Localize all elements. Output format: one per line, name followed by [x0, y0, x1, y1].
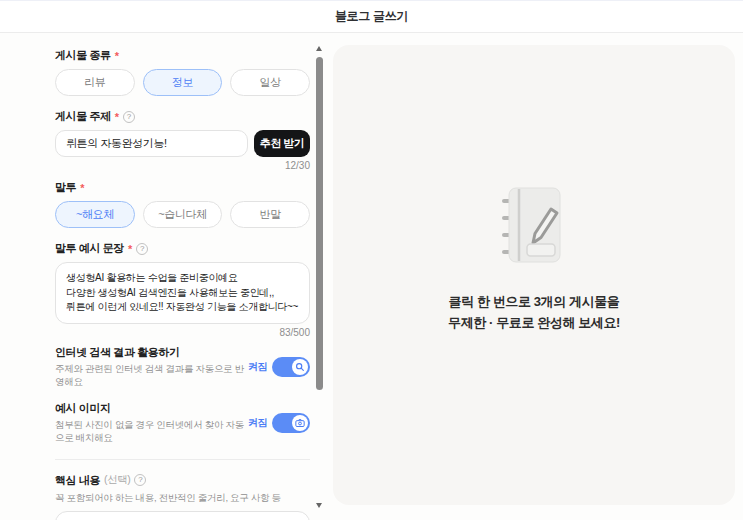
- post-type-option-daily[interactable]: 일상: [230, 69, 310, 96]
- header: 블로그 글쓰기: [0, 0, 743, 33]
- tone-option-seumnida[interactable]: ~습니다체: [143, 201, 223, 228]
- required-mark: *: [115, 111, 119, 123]
- tone-option-haeyo[interactable]: ~해요체: [55, 201, 135, 228]
- tone-label-row: 말투 *: [55, 180, 310, 195]
- tone-example-textarea[interactable]: 생성형AI 활용하는 수업을 준비중이예요 다양한 생성형AI 검색엔진을 사용…: [55, 262, 310, 324]
- tone-options: ~해요체 ~습니다체 반말: [55, 201, 310, 228]
- post-type-label-row: 게시물 종류 *: [55, 48, 310, 63]
- camera-icon: [292, 415, 308, 431]
- post-type-options: 리뷰 정보 일상: [55, 69, 310, 96]
- toggle-state-label: 켜짐: [248, 416, 267, 430]
- recommend-button[interactable]: 추천 받기: [254, 130, 310, 157]
- help-icon[interactable]: [136, 243, 148, 255]
- post-type-option-review[interactable]: 리뷰: [55, 69, 135, 96]
- topic-label: 게시물 주제: [55, 109, 111, 124]
- topic-label-row: 게시물 주제 *: [55, 109, 310, 124]
- page-title: 블로그 글쓰기: [335, 8, 408, 25]
- internet-search-title: 인터넷 검색 결과 활용하기: [55, 345, 248, 360]
- optional-mark: (선택): [104, 473, 130, 487]
- search-icon: [292, 359, 308, 375]
- tone-example-counter: 83/500: [55, 327, 310, 338]
- scroll-down-icon[interactable]: [316, 503, 322, 508]
- blog-writing-app: 블로그 글쓰기 게시물 종류 * 리뷰 정보 일상 게시물 주제 * 추천 받기…: [0, 0, 743, 520]
- form-scrollbar[interactable]: [314, 44, 324, 510]
- example-image-toggle-group: 켜짐: [248, 413, 310, 433]
- key-content-label: 핵심 내용: [55, 473, 100, 488]
- topic-input[interactable]: [55, 130, 248, 157]
- topic-row: 추천 받기: [55, 130, 310, 157]
- key-content-label-row: 핵심 내용 (선택): [55, 473, 310, 488]
- internet-search-toggle-row: 인터넷 검색 결과 활용하기 주제와 관련된 인터넷 검색 결과를 자동으로 반…: [55, 345, 310, 389]
- tone-option-banmal[interactable]: 반말: [230, 201, 310, 228]
- notebook-pencil-icon: [502, 186, 566, 268]
- help-icon[interactable]: [134, 474, 146, 486]
- preview-panel: 클릭 한 번으로 3개의 게시물을 무제한 · 무료로 완성해 보세요!: [333, 45, 735, 505]
- example-image-toggle[interactable]: [272, 413, 310, 433]
- internet-search-toggle-group: 켜짐: [248, 357, 310, 377]
- scroll-up-icon[interactable]: [316, 46, 322, 51]
- tone-example-label: 말투 예시 문장: [55, 241, 124, 256]
- blog-form: 게시물 종류 * 리뷰 정보 일상 게시물 주제 * 추천 받기 12/30 말…: [55, 42, 310, 520]
- preview-message: 클릭 한 번으로 3개의 게시물을 무제한 · 무료로 완성해 보세요!: [448, 292, 620, 334]
- example-image-texts: 예시 이미지 첨부된 사진이 없을 경우 인터넷에서 찾아 자동으로 배치해요: [55, 401, 248, 445]
- internet-search-desc: 주제와 관련된 인터넷 검색 결과를 자동으로 반영해요: [55, 363, 248, 389]
- example-image-desc: 첨부된 사진이 없을 경우 인터넷에서 찾아 자동으로 배치해요: [55, 419, 248, 445]
- post-type-label: 게시물 종류: [55, 48, 111, 63]
- preview-message-line2: 무제한 · 무료로 완성해 보세요!: [448, 313, 620, 334]
- example-image-toggle-row: 예시 이미지 첨부된 사진이 없을 경우 인터넷에서 찾아 자동으로 배치해요 …: [55, 401, 310, 445]
- internet-search-texts: 인터넷 검색 결과 활용하기 주제와 관련된 인터넷 검색 결과를 자동으로 반…: [55, 345, 248, 389]
- toggle-state-label: 켜짐: [248, 360, 267, 374]
- tone-example-label-row: 말투 예시 문장 *: [55, 241, 310, 256]
- required-mark: *: [115, 50, 119, 62]
- preview-message-line1: 클릭 한 번으로 3개의 게시물을: [448, 292, 620, 313]
- topic-counter: 12/30: [55, 160, 310, 171]
- key-content-textarea[interactable]: chatGPT와 클로드, 퍼플렉시티등 다양한 다른 생성형AI와의 비교분석…: [55, 511, 310, 520]
- section-divider: [55, 459, 310, 460]
- tone-label: 말투: [55, 180, 76, 195]
- example-image-title: 예시 이미지: [55, 401, 248, 416]
- scrollbar-thumb[interactable]: [316, 57, 323, 390]
- required-mark: *: [80, 182, 84, 194]
- help-icon[interactable]: [123, 111, 135, 123]
- required-mark: *: [128, 243, 132, 255]
- internet-search-toggle[interactable]: [272, 357, 310, 377]
- key-content-helper: 꼭 포함되어야 하는 내용, 전반적인 줄거리, 요구 사항 등: [55, 492, 310, 505]
- post-type-option-info[interactable]: 정보: [143, 69, 223, 96]
